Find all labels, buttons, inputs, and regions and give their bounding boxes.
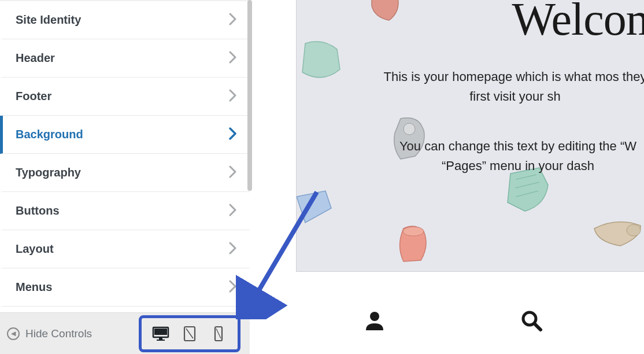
account-icon[interactable] (362, 308, 387, 335)
mobile-device-button[interactable] (210, 325, 227, 342)
svg-point-11 (370, 312, 379, 321)
preview-content: Welcom This is your homepage which is wh… (296, 0, 644, 272)
clothing-illustration (366, 0, 406, 29)
preview-footer-bar (261, 289, 644, 354)
collapse-triangle-icon: ◀ (7, 327, 20, 340)
chevron-right-icon (229, 89, 237, 104)
page-title: Welcom (512, 0, 644, 46)
sidebar-item-label: Header (16, 51, 55, 65)
sidebar-item-footer[interactable]: Footer (0, 78, 250, 116)
chevron-right-icon (229, 127, 237, 142)
desktop-device-button[interactable] (152, 325, 169, 342)
svg-rect-2 (159, 338, 162, 340)
sidebar-item-label: Site Identity (16, 13, 81, 27)
sidebar-item-label: Menus (16, 281, 52, 294)
tablet-device-button[interactable] (181, 325, 198, 342)
clothing-illustration (589, 214, 644, 255)
welcome-paragraph-2: You can change this text by editing the … (386, 137, 644, 176)
sidebar-item-background[interactable]: Background (0, 116, 250, 154)
site-preview: Welcom This is your homepage which is wh… (261, 0, 644, 354)
svg-point-9 (403, 227, 424, 236)
scrollbar[interactable] (247, 0, 252, 191)
sidebar-item-label: Background (16, 128, 83, 141)
desktop-icon (152, 326, 169, 341)
mobile-icon (214, 326, 223, 342)
chevron-right-icon (229, 242, 237, 257)
chevron-right-icon (229, 13, 237, 28)
chevron-right-icon (229, 165, 237, 180)
chevron-right-icon (229, 280, 237, 295)
clothing-illustration (296, 185, 337, 231)
sidebar-item-layout[interactable]: Layout (0, 230, 250, 268)
svg-point-8 (404, 123, 415, 135)
clothing-illustration (296, 35, 351, 93)
customizer-sidebar: Site Identity Header Footer Background T (0, 0, 250, 354)
hide-controls-button[interactable]: ◀ Hide Controls (7, 327, 92, 340)
search-icon[interactable] (519, 308, 543, 335)
sidebar-item-site-identity[interactable]: Site Identity (0, 1, 250, 39)
svg-point-10 (627, 224, 641, 236)
sidebar-item-label: Buttons (16, 204, 60, 217)
chevron-right-icon (229, 51, 237, 66)
svg-line-13 (535, 324, 541, 330)
sidebar-item-label: Footer (16, 90, 51, 103)
customizer-footer: ◀ Hide Controls (0, 312, 250, 354)
hide-controls-label: Hide Controls (25, 327, 92, 340)
svg-rect-3 (157, 340, 165, 341)
sidebar-item-menus[interactable]: Menus (0, 268, 250, 307)
welcome-paragraph-1: This is your homepage which is what mos … (380, 67, 644, 106)
tablet-icon (183, 326, 196, 342)
sidebar-item-label: Typography (16, 166, 81, 179)
sidebar-item-buttons[interactable]: Buttons (0, 192, 250, 230)
sidebar-item-typography[interactable]: Typography (0, 154, 250, 192)
svg-rect-1 (154, 329, 167, 335)
customizer-sections: Site Identity Header Footer Background T (0, 1, 250, 312)
svg-line-7 (216, 329, 221, 338)
sidebar-item-label: Layout (16, 242, 54, 256)
clothing-illustration (389, 220, 438, 269)
svg-line-5 (186, 329, 193, 338)
chevron-right-icon (229, 204, 237, 219)
responsive-device-toggle (139, 315, 240, 352)
sidebar-item-header[interactable]: Header (0, 39, 250, 78)
